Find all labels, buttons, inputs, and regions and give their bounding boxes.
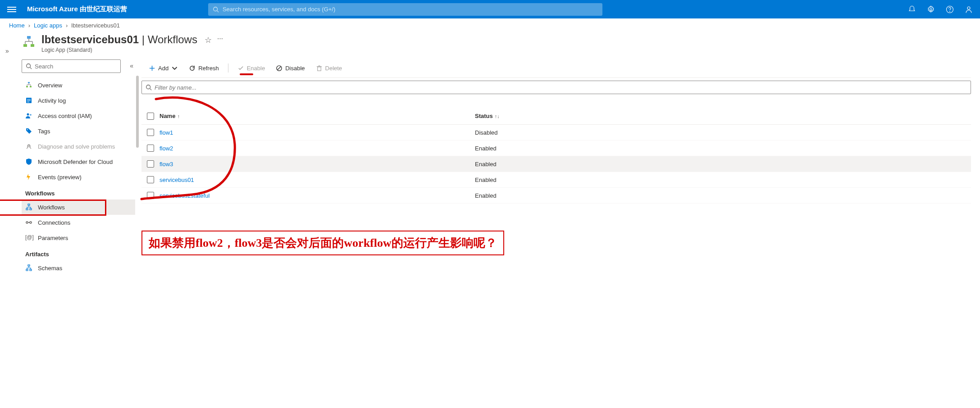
svg-rect-28 xyxy=(30,209,32,210)
row-checkbox[interactable] xyxy=(147,145,154,152)
collapse-sidebar-icon[interactable]: « xyxy=(130,62,133,69)
help-icon[interactable] xyxy=(946,5,954,14)
sidebar-item-workflows[interactable]: Workflows xyxy=(22,199,135,215)
svg-point-4 xyxy=(950,11,950,12)
svg-point-13 xyxy=(27,64,31,68)
table-row[interactable]: flow3 Enabled xyxy=(141,156,971,172)
shield-icon xyxy=(25,158,32,165)
disable-button[interactable]: Disable xyxy=(271,61,309,75)
global-search[interactable]: Search resources, services, and docs (G+… xyxy=(208,3,602,16)
events-icon xyxy=(25,173,32,181)
notifications-icon[interactable] xyxy=(908,5,916,14)
svg-point-23 xyxy=(30,114,32,116)
connections-icon xyxy=(25,219,32,226)
access-control-icon xyxy=(25,112,32,119)
refresh-button[interactable]: Refresh xyxy=(184,61,223,75)
breadcrumb-current: lbtestservicebus01 xyxy=(71,22,120,29)
svg-line-43 xyxy=(150,89,152,91)
workflows-icon xyxy=(25,204,32,211)
breadcrumb-logic-apps[interactable]: Logic apps xyxy=(34,22,62,29)
disable-icon xyxy=(276,65,283,72)
sidebar-item-defender[interactable]: Microsoft Defender for Cloud xyxy=(22,154,135,169)
svg-rect-17 xyxy=(30,86,32,87)
svg-rect-32 xyxy=(28,265,30,266)
column-name[interactable]: Name↑ xyxy=(160,113,475,119)
sidebar-item-access-control[interactable]: Access control (IAM) xyxy=(22,108,135,123)
filter-input[interactable] xyxy=(141,81,971,94)
svg-rect-33 xyxy=(26,269,28,271)
search-icon xyxy=(26,63,32,69)
annotation-note-box: 如果禁用flow2，flow3是否会对后面的workflow的运行产生影响呢？ xyxy=(141,231,504,255)
sidebar-item-overview[interactable]: Overview xyxy=(22,77,135,93)
row-checkbox[interactable] xyxy=(147,160,154,168)
row-checkbox[interactable] xyxy=(147,176,154,183)
svg-point-29 xyxy=(26,222,28,223)
status-cell: Enabled xyxy=(475,192,565,199)
svg-rect-8 xyxy=(31,44,34,47)
top-bar: Microsoft Azure 由世纪互联运营 Search resources… xyxy=(0,0,980,18)
svg-rect-39 xyxy=(317,67,321,70)
sidebar-item-schemas[interactable]: Schemas xyxy=(22,260,135,276)
sidebar-item-diagnose[interactable]: Diagnose and solve problems xyxy=(22,139,135,154)
expand-sidebar-icon[interactable]: » xyxy=(5,47,9,54)
page-title: lbtestservicebus01 | Workflows xyxy=(41,33,197,46)
activity-log-icon xyxy=(25,97,32,104)
workflow-link[interactable]: flow3 xyxy=(160,161,173,168)
row-checkbox[interactable] xyxy=(147,192,154,199)
workflows-table: Name↑ Status↑↓ flow1 Disabled flow2 Enab… xyxy=(141,108,971,204)
sidebar-search-input[interactable] xyxy=(35,63,117,70)
feedback-icon[interactable] xyxy=(965,5,973,14)
add-button[interactable]: Add xyxy=(144,61,182,75)
sidebar-item-parameters[interactable]: [@] Parameters xyxy=(22,230,135,245)
favorite-icon[interactable]: ☆ xyxy=(205,35,212,45)
svg-rect-19 xyxy=(27,99,31,100)
main-content: Add Refresh Enable Disable Delete xyxy=(140,58,980,408)
table-row[interactable]: flow1 Disabled xyxy=(141,125,971,141)
toolbar: Add Refresh Enable Disable Delete xyxy=(141,59,971,77)
svg-line-1 xyxy=(217,10,219,12)
filter-input-field[interactable] xyxy=(155,84,967,91)
schemas-icon xyxy=(25,264,32,272)
delete-button[interactable]: Delete xyxy=(311,61,347,75)
hamburger-menu[interactable] xyxy=(7,7,16,12)
overview-icon xyxy=(25,82,32,89)
sort-asc-icon: ↑ xyxy=(177,113,180,119)
table-row[interactable]: servicebus2stateful Enabled xyxy=(141,188,971,204)
table-row[interactable]: flow2 Enabled xyxy=(141,141,971,156)
svg-point-42 xyxy=(146,85,150,89)
svg-rect-6 xyxy=(27,36,31,39)
annotation-red-underline xyxy=(240,73,253,75)
svg-rect-26 xyxy=(28,204,30,205)
settings-icon[interactable] xyxy=(927,5,935,14)
column-status[interactable]: Status↑↓ xyxy=(475,113,565,119)
svg-rect-21 xyxy=(27,102,29,102)
breadcrumb-home[interactable]: Home xyxy=(9,22,25,29)
page-header: lbtestservicebus01 | Workflows Logic App… xyxy=(0,31,980,58)
tags-icon xyxy=(25,127,32,135)
sidebar-item-activity-log[interactable]: Activity log xyxy=(22,93,135,108)
sidebar-scrollbar[interactable] xyxy=(136,76,139,148)
workflow-link[interactable]: flow2 xyxy=(160,145,173,152)
toolbar-separator xyxy=(228,63,228,73)
workflow-link[interactable]: flow1 xyxy=(160,129,173,136)
svg-point-22 xyxy=(27,113,29,116)
check-icon xyxy=(237,65,244,72)
select-all-checkbox[interactable] xyxy=(147,113,154,120)
row-checkbox[interactable] xyxy=(147,129,154,136)
sidebar-item-connections[interactable]: Connections xyxy=(22,215,135,230)
status-cell: Enabled xyxy=(475,145,565,152)
table-row[interactable]: servicebus01 Enabled xyxy=(141,172,971,188)
svg-point-24 xyxy=(27,129,28,130)
more-icon[interactable]: ⋯ xyxy=(217,35,223,45)
sidebar-search[interactable] xyxy=(22,59,121,73)
svg-rect-27 xyxy=(26,209,28,210)
sidebar-section-workflows: Workflows xyxy=(22,185,135,199)
sidebar-section-artifacts: Artifacts xyxy=(22,245,135,260)
page-subtitle: Logic App (Standard) xyxy=(41,47,197,53)
global-search-placeholder: Search resources, services, and docs (G+… xyxy=(223,6,335,13)
workflow-link[interactable]: servicebus01 xyxy=(160,177,194,183)
svg-rect-7 xyxy=(23,44,27,47)
sidebar-item-tags[interactable]: Tags xyxy=(22,123,135,139)
sidebar-item-events[interactable]: Events (preview) xyxy=(22,169,135,185)
workflow-link[interactable]: servicebus2stateful xyxy=(160,192,210,199)
